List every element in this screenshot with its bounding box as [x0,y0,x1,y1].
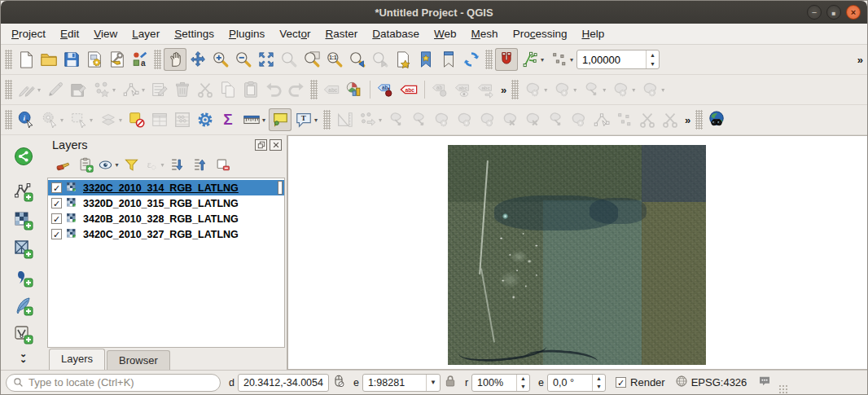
refresh-button[interactable] [460,48,483,71]
toolbar-drag-handle[interactable] [695,110,703,129]
zoom-out-button[interactable] [232,48,255,71]
measure-button[interactable] [239,108,269,131]
toolbar-drag-handle[interactable] [310,80,318,99]
resize-grip[interactable] [778,384,788,394]
minimize-button[interactable]: − [807,5,822,20]
toolbar-overflow-button[interactable]: » [854,54,866,66]
open-layer-styling-button[interactable] [52,155,73,174]
remove-layer-button[interactable] [212,155,233,174]
toolbar-drag-handle[interactable] [154,50,161,69]
save-project-button[interactable] [60,48,83,71]
layer-row[interactable]: ✓ 3320C_2010_314_RGB_LATLNG [48,180,284,195]
render-checkbox[interactable]: ✓ [616,377,626,388]
menu-plugins[interactable]: Plugins [221,25,272,42]
crs-button[interactable] [675,375,688,390]
layer-labeling-button[interactable] [375,78,397,101]
scale-combo[interactable]: 1:98281 ▼ [362,374,441,392]
new-project-button[interactable] [15,48,37,71]
open-project-button[interactable] [37,48,60,71]
step-down-icon[interactable]: ▼ [593,383,605,391]
locate-search-input[interactable]: Type to locate (Ctrl+K) [6,374,221,392]
map-tips-button[interactable] [269,108,292,131]
data-source-manager-button[interactable] [11,144,36,169]
deselect-all-button[interactable] [125,108,148,131]
title-bar[interactable]: *Untitled Project - QGIS − ■ × [1,1,867,24]
layer-checkbox[interactable]: ✓ [51,182,62,193]
manage-visibility-button[interactable] [98,155,119,174]
toolbar-drag-handle[interactable] [485,50,493,69]
expand-all-button[interactable] [166,155,187,174]
toolbar-overflow-button[interactable]: » [682,114,693,126]
zoom-last-button[interactable] [346,48,369,71]
identify-features-button[interactable] [15,108,37,131]
processing-toolbox-button[interactable] [194,108,217,131]
new-bookmark-button[interactable] [392,48,414,71]
menu-database[interactable]: Database [365,25,427,42]
menu-vector[interactable]: Vector [272,25,318,42]
step-up-icon[interactable]: ▲ [647,50,659,59]
tracing-toggle-button[interactable] [547,48,576,71]
layer-checkbox[interactable]: ✓ [51,213,62,224]
menu-raster[interactable]: Raster [318,25,366,42]
menu-edit[interactable]: Edit [53,25,86,42]
layer-name[interactable]: 3320C_2010_314_RGB_LATLNG [83,182,239,194]
step-down-icon[interactable]: ▼ [647,59,659,68]
menu-web[interactable]: Web [427,25,464,42]
layer-tree[interactable]: ✓ 3320C_2010_314_RGB_LATLNG ✓ 3320D_2010… [47,178,285,348]
pan-to-selection-button[interactable] [186,48,209,71]
add-mesh-layer-button[interactable] [11,237,36,261]
tab-layers[interactable]: Layers [49,349,105,370]
layer-checkbox[interactable]: ✓ [51,229,62,239]
show-bookmarks-button[interactable] [437,48,460,71]
toolbar-drag-handle[interactable] [5,80,12,99]
toggle-extents-button[interactable] [332,375,345,390]
snapping-tolerance-value[interactable]: 1,00000 [577,50,646,68]
zoom-to-layer-button[interactable] [300,48,323,71]
spinbox-steppers[interactable]: ▲▼ [646,50,659,68]
messages-button[interactable] [758,375,771,390]
map-canvas[interactable] [287,135,867,370]
add-group-button[interactable] [75,155,96,174]
text-annotation-button[interactable] [292,108,321,131]
layer-name[interactable]: 3320D_2010_315_RGB_LATLNG [83,198,239,209]
scale-value[interactable]: 1:98281 [368,377,405,388]
spinbox-steppers[interactable]: ▲▼ [592,375,605,391]
menu-mesh[interactable]: Mesh [464,25,506,42]
filter-legend-button[interactable] [121,155,142,174]
menu-settings[interactable]: Settings [167,25,221,42]
layer-row[interactable]: ✓ 3420B_2010_328_RGB_LATLNG [48,211,284,226]
menu-help[interactable]: Help [574,25,612,42]
add-spatial-bookmark-button[interactable] [414,48,437,71]
panel-float-button[interactable] [255,139,267,151]
new-print-layout-button[interactable] [83,48,106,71]
layer-labeling-options-button[interactable] [397,78,420,101]
maximize-button[interactable]: ■ [826,5,841,20]
magnifier-value[interactable]: 100% [472,375,516,391]
add-raster-layer-button[interactable] [11,208,36,233]
step-up-icon[interactable]: ▲ [517,375,529,383]
layer-checkbox[interactable]: ✓ [51,198,62,208]
magnifier-spinbox[interactable]: 100% ▲▼ [471,374,530,392]
layout-manager-button[interactable] [106,48,129,71]
menu-project[interactable]: Project [4,25,53,42]
rotation-value[interactable]: 0,0 ° [548,375,592,391]
scale-dropdown-icon[interactable]: ▼ [426,375,440,391]
close-button[interactable]: × [846,5,861,20]
coordinate-input[interactable]: 20.3412,-34.0054 [238,374,329,392]
step-down-icon[interactable]: ▼ [517,383,529,391]
toolbar-drag-handle[interactable] [511,80,519,99]
pan-map-button[interactable] [164,48,186,71]
add-virtual-layer-button[interactable] [11,323,36,347]
toolbar-drag-handle[interactable] [5,110,12,129]
snapping-toggle-button[interactable] [495,48,518,71]
style-manager-button[interactable] [129,48,151,71]
layer-name[interactable]: 3420B_2010_328_RGB_LATLNG [83,213,239,225]
panel-close-button[interactable] [270,139,282,151]
lock-scale-button[interactable] [444,375,457,390]
topological-editing-button[interactable] [518,48,547,71]
step-up-icon[interactable]: ▲ [593,375,605,383]
statistical-summary-button[interactable]: Σ [217,108,239,131]
toolbar-more-button[interactable]: ⌄⌄ [20,351,27,362]
layer-name[interactable]: 3420C_2010_327_RGB_LATLNG [83,229,239,240]
zoom-full-button[interactable] [255,48,278,71]
